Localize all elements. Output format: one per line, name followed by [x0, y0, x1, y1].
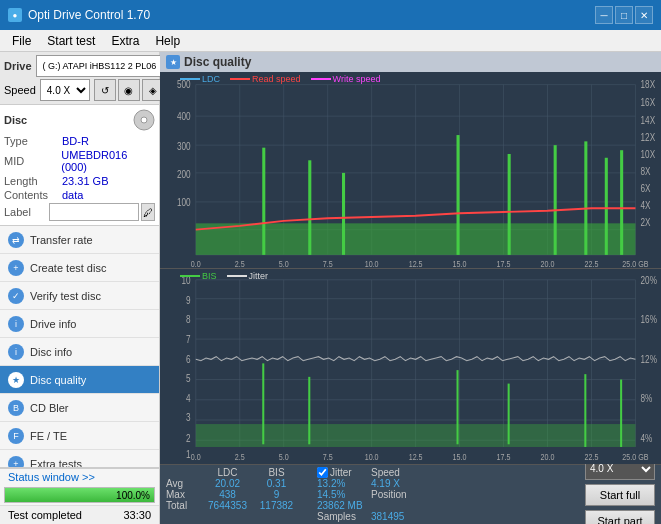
start-part-button[interactable]: Start part [585, 510, 655, 525]
chart-icon: ★ [166, 55, 180, 69]
svg-text:6X: 6X [641, 183, 651, 194]
samples-val: 381495 [371, 511, 426, 522]
svg-rect-103 [308, 376, 310, 443]
legend-write-speed: Write speed [311, 74, 381, 84]
chart-title: Disc quality [184, 55, 251, 69]
max-label: Max [166, 489, 201, 500]
svg-rect-48 [342, 173, 345, 255]
svg-text:8: 8 [186, 312, 191, 324]
speed-dropdown[interactable]: 4.0 X [40, 79, 90, 101]
drive-label: Drive [4, 60, 32, 72]
title-bar: ● Opti Drive Control 1.70 ─ □ ✕ [0, 0, 661, 30]
sidebar-item-disc-info[interactable]: i Disc info [0, 338, 159, 366]
jitter-checkbox-row: Jitter [317, 467, 367, 478]
upper-chart: LDC Read speed Write speed [160, 72, 661, 269]
svg-rect-102 [262, 363, 264, 444]
svg-rect-47 [308, 160, 311, 255]
status-window-button[interactable]: Status window >> [0, 468, 159, 485]
label-button[interactable]: 🖊 [141, 203, 155, 221]
extra-tests-icon: + [8, 456, 24, 468]
svg-text:10X: 10X [641, 149, 656, 160]
minimize-button[interactable]: ─ [595, 6, 613, 24]
position-row: Position [371, 489, 426, 500]
drive-section: Drive ( G:) ATAPI iHBS112 2 PL06 ⏏ Speed… [0, 52, 159, 105]
svg-rect-105 [508, 383, 510, 444]
svg-text:100: 100 [177, 197, 191, 208]
refresh-button[interactable]: ↺ [94, 79, 116, 101]
drive-dropdown[interactable]: ( G:) ATAPI iHBS112 2 PL06 [36, 55, 177, 77]
max-bis: 9 [254, 489, 299, 500]
svg-text:17.5: 17.5 [497, 451, 511, 462]
time-text: 33:30 [119, 507, 155, 523]
sidebar-item-disc-quality[interactable]: ★ Disc quality [0, 366, 159, 394]
svg-text:8X: 8X [641, 167, 651, 178]
svg-text:16X: 16X [641, 97, 656, 108]
svg-rect-50 [508, 154, 511, 255]
disc-mid: UMEBDR016 (000) [61, 149, 155, 173]
svg-rect-104 [457, 370, 459, 444]
svg-text:8%: 8% [641, 392, 653, 404]
svg-text:5: 5 [186, 372, 191, 384]
svg-text:20%: 20% [641, 273, 658, 285]
menu-file[interactable]: File [4, 32, 39, 50]
main-content: ★ Disc quality LDC Read speed [160, 52, 661, 524]
sidebar-item-create-test-disc[interactable]: + Create test disc [0, 254, 159, 282]
disc-icon-button[interactable]: ◉ [118, 79, 140, 101]
sidebar-item-drive-info[interactable]: i Drive info [0, 310, 159, 338]
sidebar-item-cd-bler[interactable]: B CD Bler [0, 394, 159, 422]
svg-text:12.5: 12.5 [409, 260, 423, 268]
svg-text:15.0: 15.0 [453, 451, 467, 462]
drive-info-icon: i [8, 316, 24, 332]
svg-rect-107 [620, 379, 622, 446]
maximize-button[interactable]: □ [615, 6, 633, 24]
svg-rect-53 [605, 158, 608, 255]
svg-text:15.0: 15.0 [453, 260, 467, 268]
sidebar: Drive ( G:) ATAPI iHBS112 2 PL06 ⏏ Speed… [0, 52, 160, 524]
menu-start-test[interactable]: Start test [39, 32, 103, 50]
lower-chart: BIS Jitter [160, 269, 661, 465]
svg-text:22.5: 22.5 [585, 260, 599, 268]
avg-speed: 4.19 X [371, 478, 426, 489]
svg-text:9: 9 [186, 293, 191, 305]
svg-text:22.5: 22.5 [585, 451, 599, 462]
svg-text:0.0: 0.0 [191, 260, 201, 268]
label-input[interactable] [49, 203, 139, 221]
sidebar-item-fe-te[interactable]: F FE / TE [0, 422, 159, 450]
svg-text:200: 200 [177, 169, 191, 180]
lower-chart-svg: 10 9 8 7 6 5 4 3 2 1 20% 16% 12% 8% 4% [160, 269, 661, 465]
create-test-disc-icon: + [8, 260, 24, 276]
position-val: 23862 MB [317, 500, 367, 511]
svg-text:5.0: 5.0 [279, 451, 289, 462]
svg-text:0.0: 0.0 [191, 451, 201, 462]
avg-jitter: 13.2% [317, 478, 367, 489]
svg-text:2: 2 [186, 431, 191, 443]
svg-text:17.5: 17.5 [497, 260, 511, 268]
svg-text:25.0 GB: 25.0 GB [622, 451, 649, 462]
svg-text:14X: 14X [641, 115, 656, 126]
svg-text:2X: 2X [641, 217, 651, 228]
svg-text:3: 3 [186, 411, 191, 423]
close-button[interactable]: ✕ [635, 6, 653, 24]
start-full-button[interactable]: Start full [585, 484, 655, 506]
jitter-checkbox[interactable] [317, 467, 328, 478]
svg-text:16%: 16% [641, 312, 658, 324]
avg-label: Avg [166, 478, 201, 489]
menu-help[interactable]: Help [147, 32, 188, 50]
menu-extra[interactable]: Extra [103, 32, 147, 50]
upper-chart-svg: 500 400 300 200 100 18X 16X 14X 12X 10X … [160, 72, 661, 268]
svg-text:7.5: 7.5 [323, 260, 333, 268]
sidebar-item-extra-tests[interactable]: + Extra tests [0, 450, 159, 467]
svg-rect-45 [196, 223, 636, 255]
svg-text:2.5: 2.5 [235, 260, 245, 268]
app-title: Opti Drive Control 1.70 [28, 8, 150, 22]
sidebar-item-transfer-rate[interactable]: ⇄ Transfer rate [0, 226, 159, 254]
progress-text: 100.0% [116, 490, 150, 501]
avg-ldc: 20.02 [205, 478, 250, 489]
app-icon: ● [8, 8, 22, 22]
svg-text:300: 300 [177, 141, 191, 152]
svg-text:4: 4 [186, 392, 191, 404]
svg-text:6: 6 [186, 353, 191, 365]
legend-jitter: Jitter [227, 271, 269, 281]
legend-ldc: LDC [180, 74, 220, 84]
sidebar-item-verify-test-disc[interactable]: ✓ Verify test disc [0, 282, 159, 310]
